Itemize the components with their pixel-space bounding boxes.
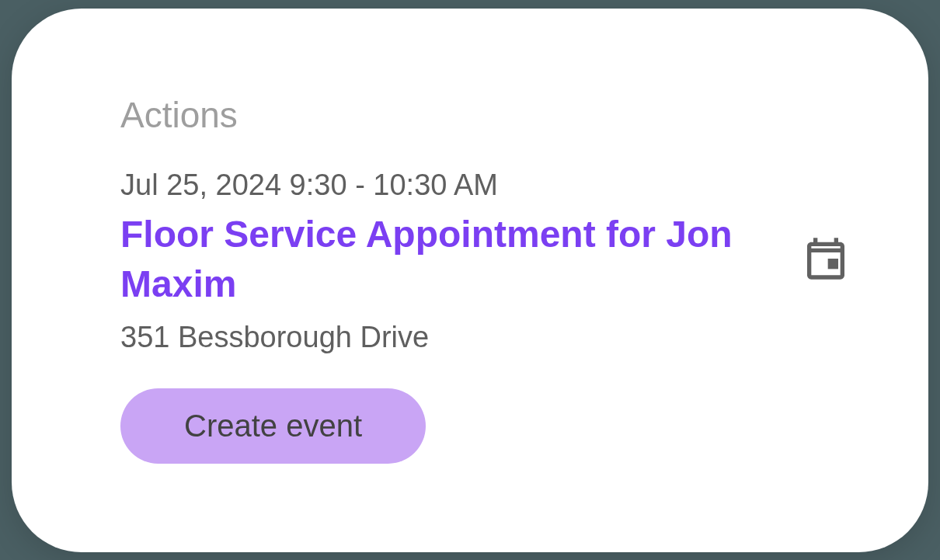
calendar-icon-wrap <box>801 234 851 283</box>
event-details: Jul 25, 2024 9:30 - 10:30 AM Floor Servi… <box>120 169 757 464</box>
event-row: Jul 25, 2024 9:30 - 10:30 AM Floor Servi… <box>120 169 851 464</box>
create-event-button[interactable]: Create event <box>120 388 426 464</box>
event-title[interactable]: Floor Service Appointment for Jon Maxim <box>120 210 757 311</box>
event-location: 351 Bessborough Drive <box>120 321 757 354</box>
event-datetime: Jul 25, 2024 9:30 - 10:30 AM <box>120 169 757 202</box>
section-heading: Actions <box>120 94 851 136</box>
svg-rect-0 <box>828 259 838 269</box>
calendar-icon <box>801 234 851 283</box>
actions-card: Actions Jul 25, 2024 9:30 - 10:30 AM Flo… <box>12 9 928 552</box>
